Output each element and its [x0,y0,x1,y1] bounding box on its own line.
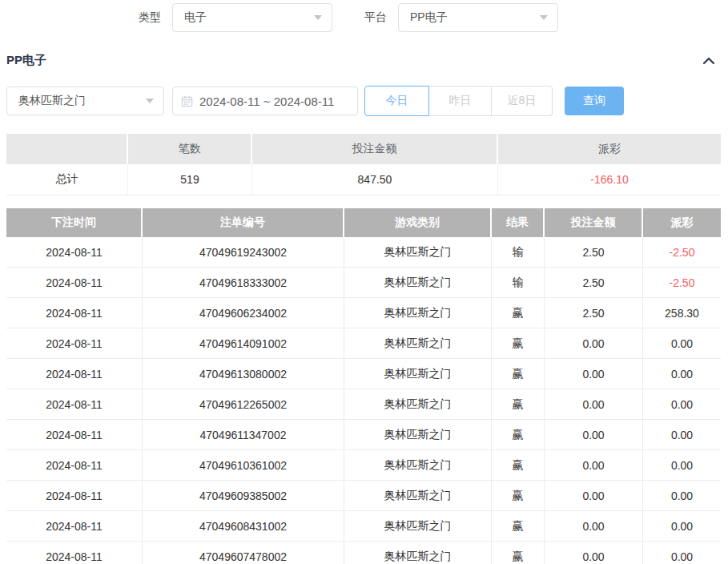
order-id-cell: 47049608431002 [143,511,344,541]
game-type-cell: 奥林匹斯之门 [344,511,492,541]
bet-amount-cell: 0.00 [545,511,643,541]
payout-cell: -2.50 [643,268,721,297]
date-range-value: 2024-08-11 ~ 2024-08-11 [199,95,334,108]
payout-cell: 0.00 [643,542,721,564]
table-row: 2024-08-1147049614091002奥林匹斯之门赢0.000.00 [6,328,721,359]
table-row: 2024-08-1147049610361002奥林匹斯之门赢0.000.00 [6,450,721,481]
summary-header-payout: 派彩 [498,134,721,164]
summary-header-empty [6,134,128,164]
summary-count-value: 519 [128,164,252,195]
records-body: 2024-08-1147049619243002奥林匹斯之门输2.50-2.50… [6,237,721,564]
top-filter-bar: 类型 电子 平台 PP电子 [139,3,728,32]
table-row: 2024-08-1147049613080002奥林匹斯之门赢0.000.00 [6,359,721,389]
result-cell: 赢 [492,542,545,564]
type-select-value: 电子 [184,10,207,25]
yesterday-button[interactable]: 昨日 [429,86,492,116]
table-row: 2024-08-1147049619243002奥林匹斯之门输2.50-2.50 [6,237,721,268]
result-cell: 输 [492,268,545,297]
order-id-cell: 47049611347002 [143,420,344,449]
order-id-cell: 47049609385002 [143,481,344,510]
bet-time-cell: 2024-08-11 [6,389,143,419]
payout-cell: 0.00 [643,450,721,480]
type-select[interactable]: 电子 [172,3,332,32]
bet-amount-cell: 0.00 [545,359,643,389]
bet-amount-cell: 0.00 [545,481,643,510]
chevron-down-icon [540,15,548,20]
payout-cell: -2.50 [643,237,721,267]
header-result: 结果 [492,208,545,237]
result-cell: 输 [492,237,545,267]
summary-header-bet-amount: 投注金额 [252,134,498,164]
query-bar: 奥林匹斯之门 2024-08-11 ~ 2024-08-11 今日 昨日 近8日… [6,86,728,116]
order-id-cell: 47049606234002 [143,298,344,328]
bet-time-cell: 2024-08-11 [6,481,143,510]
summary-bet-amount-value: 847.50 [252,164,498,195]
payout-cell: 0.00 [643,328,721,358]
header-payout: 派彩 [643,208,721,237]
today-button[interactable]: 今日 [364,86,429,116]
bet-time-cell: 2024-08-11 [6,420,143,449]
platform-select-value: PP电子 [410,10,448,25]
table-row: 2024-08-1147049618333002奥林匹斯之门输2.50-2.50 [6,268,721,298]
bet-time-cell: 2024-08-11 [6,268,143,297]
result-cell: 赢 [492,511,545,541]
order-id-cell: 47049612265002 [143,389,344,419]
order-id-cell: 47049619243002 [143,237,344,267]
chevron-down-icon [314,15,322,20]
bet-time-cell: 2024-08-11 [6,328,143,358]
table-row: 2024-08-1147049607478002奥林匹斯之门赢0.000.00 [6,542,721,564]
payout-cell: 0.00 [643,389,721,419]
game-type-cell: 奥林匹斯之门 [344,481,492,510]
game-select[interactable]: 奥林匹斯之门 [6,87,164,115]
header-bet-amount: 投注金额 [545,208,643,237]
table-row: 2024-08-1147049611347002奥林匹斯之门赢0.000.00 [6,420,721,450]
section-title: PP电子 [6,53,46,68]
bet-time-cell: 2024-08-11 [6,450,143,480]
summary-header-row: 笔数 投注金额 派彩 [6,134,721,164]
game-type-cell: 奥林匹斯之门 [344,328,492,358]
result-cell: 赢 [492,420,545,449]
table-row: 2024-08-1147049612265002奥林匹斯之门赢0.000.00 [6,389,721,420]
game-type-cell: 奥林匹斯之门 [344,359,492,389]
summary-header-count: 笔数 [128,134,252,164]
result-cell: 赢 [492,450,545,480]
summary-total-row: 总计 519 847.50 -166.10 [6,164,721,195]
payout-cell: 0.00 [643,420,721,449]
type-label: 类型 [139,10,161,25]
bet-amount-cell: 2.50 [545,237,643,267]
table-row: 2024-08-1147049609385002奥林匹斯之门赢0.000.00 [6,481,721,511]
bet-amount-cell: 0.00 [545,450,643,480]
bet-amount-cell: 0.00 [545,420,643,449]
result-cell: 赢 [492,481,545,510]
order-id-cell: 47049613080002 [143,359,344,389]
order-id-cell: 47049618333002 [143,268,344,297]
summary-total-label: 总计 [6,164,128,195]
order-id-cell: 47049607478002 [143,542,344,564]
payout-cell: 0.00 [643,511,721,541]
bet-time-cell: 2024-08-11 [6,237,143,267]
bet-amount-cell: 0.00 [545,328,643,358]
table-row: 2024-08-1147049606234002奥林匹斯之门赢2.50258.3… [6,298,721,328]
game-type-cell: 奥林匹斯之门 [344,389,492,419]
result-cell: 赢 [492,389,545,419]
platform-select[interactable]: PP电子 [398,3,558,32]
bet-amount-cell: 2.50 [545,268,643,297]
collapse-chevron-up-icon[interactable] [702,56,715,65]
chevron-down-icon [146,99,154,103]
game-type-cell: 奥林匹斯之门 [344,542,492,564]
last-8-days-button[interactable]: 近8日 [492,86,553,116]
result-cell: 赢 [492,359,545,389]
payout-cell: 258.30 [643,298,721,328]
bet-time-cell: 2024-08-11 [6,359,143,389]
bet-amount-cell: 0.00 [545,542,643,564]
search-button[interactable]: 查询 [565,87,624,115]
game-type-cell: 奥林匹斯之门 [344,420,492,449]
date-range-input[interactable]: 2024-08-11 ~ 2024-08-11 [172,87,358,115]
header-bet-time: 下注时间 [6,208,143,237]
game-type-cell: 奥林匹斯之门 [344,268,492,297]
bet-time-cell: 2024-08-11 [6,298,143,328]
quick-date-button-group: 今日 昨日 近8日 [364,86,553,116]
records-table: 下注时间 注单编号 游戏类别 结果 投注金额 派彩 2024-08-114704… [6,208,721,564]
game-type-cell: 奥林匹斯之门 [344,237,492,267]
calendar-icon [181,95,193,107]
